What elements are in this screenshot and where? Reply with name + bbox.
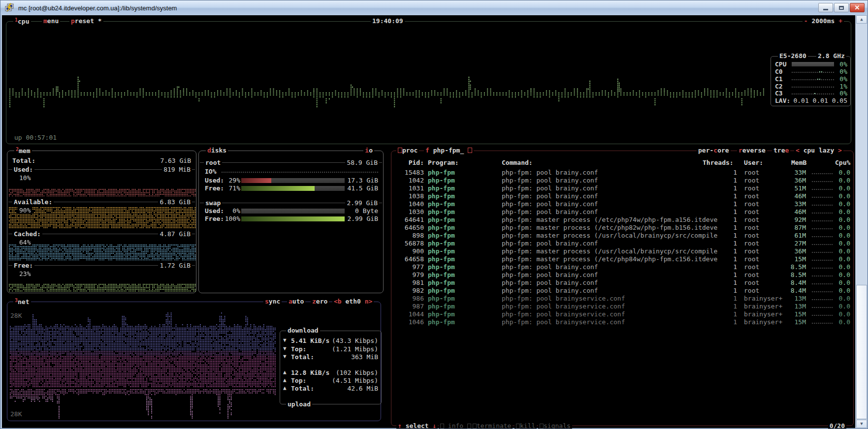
process-row[interactable]: 981 php-fpm php-fpm: pool brainy.conf 1 … xyxy=(397,279,849,287)
tree-toggle[interactable]: tree xyxy=(772,147,790,154)
process-row[interactable]: 1040 php-fpm php-fpm: pool brainy.conf 1… xyxy=(397,200,849,208)
proc-filter-input[interactable]: f php-fpm_ xyxy=(424,147,474,154)
upload-speed-row: ▲ 12.8 KiB/s(102 Kibps) xyxy=(280,369,381,376)
mem-free-graph xyxy=(8,283,196,292)
proc-key-icon xyxy=(398,148,402,153)
disk-root-used-bar xyxy=(241,178,345,183)
process-row[interactable]: 1030 php-fpm php-fpm: pool brainy.conf 1… xyxy=(397,208,849,216)
menu-button[interactable]: menu xyxy=(42,17,60,25)
net-sync-button[interactable]: sync xyxy=(263,298,282,305)
download-speed-row: ▼ 5.41 KiB/s(43.3 Kibps) xyxy=(280,337,381,344)
interval-control: - 2000ms + xyxy=(803,17,844,25)
per-core-toggle[interactable]: per-core xyxy=(697,147,731,154)
terminate-button[interactable]: terminate xyxy=(471,422,513,429)
net-auto-button[interactable]: auto xyxy=(287,298,305,305)
disk-swap-free-bar xyxy=(241,216,345,221)
up-arrow-icon: ▲ xyxy=(283,385,287,391)
col-header-command[interactable]: Command: xyxy=(502,159,533,166)
process-row[interactable]: 982 php-fpm php-fpm: pool brainy.conf 1 … xyxy=(397,287,849,295)
download-label: download xyxy=(286,327,320,334)
kill-button[interactable]: kill xyxy=(514,422,537,429)
load-average-row: LAV: 0.01 0.01 0.05 xyxy=(771,97,850,104)
up-arrow-icon: ▲ xyxy=(283,377,287,383)
scroll-down-button[interactable]: ▼ xyxy=(856,420,867,428)
mem-available-percent: 90% xyxy=(17,207,32,214)
minimize-button[interactable] xyxy=(818,3,833,12)
mem-box: 2mem Total:7.63 GiB Used:819 MiB 10% Ava… xyxy=(7,151,196,293)
preset-button[interactable]: preset * xyxy=(69,17,103,25)
upload-top-row: ▲ Top:(4.51 Mibps) xyxy=(280,377,381,384)
process-row[interactable]: 64658 php-fpm php-fpm: master process (/… xyxy=(397,255,849,263)
col-header-program[interactable]: Program: xyxy=(428,159,459,166)
col-header-mem[interactable]: MemB xyxy=(791,159,806,166)
process-row[interactable]: 1031 php-fpm php-fpm: pool brainy.conf 1… xyxy=(397,184,849,192)
interval-minus-button[interactable]: - xyxy=(804,17,808,25)
process-row[interactable]: 987 php-fpm php-fpm: pool brainyservice.… xyxy=(397,303,849,310)
mem-used-graph xyxy=(8,188,196,196)
sort-selector[interactable]: < cpu lazy > xyxy=(794,147,843,154)
interval-plus-button[interactable]: + xyxy=(838,17,842,25)
col-header-user[interactable]: User: xyxy=(744,159,763,166)
cpu-box: 1cpu menu preset * 19:40:09 - 2000ms + E… xyxy=(6,21,851,144)
core-row-c2: C2 1% xyxy=(771,83,850,90)
reverse-toggle[interactable]: reverse xyxy=(737,147,767,154)
disks-box: disks io root58.9 GiB IO% Used:29% 17.3 … xyxy=(198,151,384,293)
core-row-c3: C3 0% xyxy=(771,90,850,96)
cpu-box-title: 1cpu xyxy=(13,17,31,25)
title-bar[interactable]: mc [root@ub24.itdeveloper.com.ua]:/lib/s… xyxy=(0,0,868,15)
up-arrow-icon[interactable]: ↑ xyxy=(398,422,402,429)
process-row[interactable]: 56878 php-fpm php-fpm: pool brainy.conf … xyxy=(397,240,849,247)
process-row[interactable]: 64650 php-fpm php-fpm: master process (/… xyxy=(397,224,849,232)
info-key-icon2 xyxy=(467,424,471,429)
scrollbar-thumb[interactable] xyxy=(856,285,867,419)
process-row[interactable]: 1038 php-fpm php-fpm: pool brainy.conf 1… xyxy=(397,192,849,200)
sort-next-button[interactable]: > xyxy=(838,147,842,154)
cpu-usage-meter xyxy=(792,62,834,66)
net-stats-box: download ▼ 5.41 KiB/s(43.3 Kibps) ▼ Top:… xyxy=(280,331,382,404)
scroll-up-button[interactable]: ▲ xyxy=(856,15,867,24)
col-header-pid[interactable]: Pid: xyxy=(397,159,424,166)
process-row[interactable]: 1046 php-fpm php-fpm: pool brainyservice… xyxy=(397,318,849,326)
process-row[interactable]: 977 php-fpm php-fpm: pool brainy.conf 1 … xyxy=(397,263,849,271)
mem-cached-row: Cached:4.87 GiB xyxy=(7,230,196,238)
mem-free-row: Free:1.72 GiB xyxy=(7,262,196,269)
col-header-threads[interactable]: Threads: xyxy=(703,159,734,166)
terminate-key-icon xyxy=(473,424,477,429)
process-row[interactable]: 898 php-fpm php-fpm: master process (/us… xyxy=(397,232,849,240)
prev-interface-button[interactable]: <b xyxy=(334,298,342,305)
signals-button[interactable]: signals xyxy=(538,422,572,429)
disk-swap-used-row: Used:0% 0 Byte xyxy=(199,207,383,214)
col-header-cpu[interactable]: Cpu% xyxy=(835,159,850,166)
terminal-scrollbar[interactable]: ▲ ▼ xyxy=(855,15,867,428)
process-row[interactable]: 900 php-fpm php-fpm: master process (/us… xyxy=(397,247,849,255)
cpu-model-freq: 2.8 GHz xyxy=(816,52,846,60)
process-row[interactable]: 1044 php-fpm php-fpm: pool brainyservice… xyxy=(397,310,849,318)
cpu-total-row: CPU 0% xyxy=(771,61,850,67)
net-zero-button[interactable]: zero xyxy=(311,298,329,305)
disk-root-row: root58.9 GiB xyxy=(199,159,383,166)
next-interface-button[interactable]: n> xyxy=(365,298,373,305)
upload-total-row: ▲ Total:42.6 MiB xyxy=(280,385,381,392)
process-row[interactable]: 15483 php-fpm php-fpm: pool brainy.conf … xyxy=(397,169,849,177)
info-button[interactable]: info xyxy=(439,422,473,429)
sort-prev-button[interactable]: < xyxy=(796,147,800,154)
select-control[interactable]: ↑ select ↓ xyxy=(396,422,438,429)
mem-total-row: Total:7.63 GiB xyxy=(7,157,196,164)
kill-key-icon xyxy=(516,424,520,429)
process-row[interactable]: 1042 php-fpm php-fpm: pool brainy.conf 1… xyxy=(397,177,849,184)
process-row[interactable]: 986 php-fpm php-fpm: pool brainyservice.… xyxy=(397,295,849,303)
process-row[interactable]: 979 php-fpm php-fpm: pool brainy.conf 1 … xyxy=(397,271,849,279)
maximize-icon xyxy=(839,6,844,10)
down-arrow-icon[interactable]: ↓ xyxy=(432,422,436,429)
core-row-c0: C0 0% xyxy=(771,68,850,75)
proc-box-title: proc xyxy=(396,147,419,154)
minimize-icon xyxy=(823,9,828,10)
selection-counter: 0/20 xyxy=(828,422,846,429)
io-toggle-button[interactable]: io xyxy=(363,147,374,154)
close-icon: ✕ xyxy=(855,4,860,11)
maximize-button[interactable] xyxy=(834,3,849,12)
down-arrow-icon: ▼ xyxy=(283,337,287,343)
close-button[interactable]: ✕ xyxy=(850,3,865,12)
net-interface-switcher[interactable]: <b eth0 n> xyxy=(332,298,374,305)
process-row[interactable]: 64641 php-fpm php-fpm: master process (/… xyxy=(397,216,849,224)
